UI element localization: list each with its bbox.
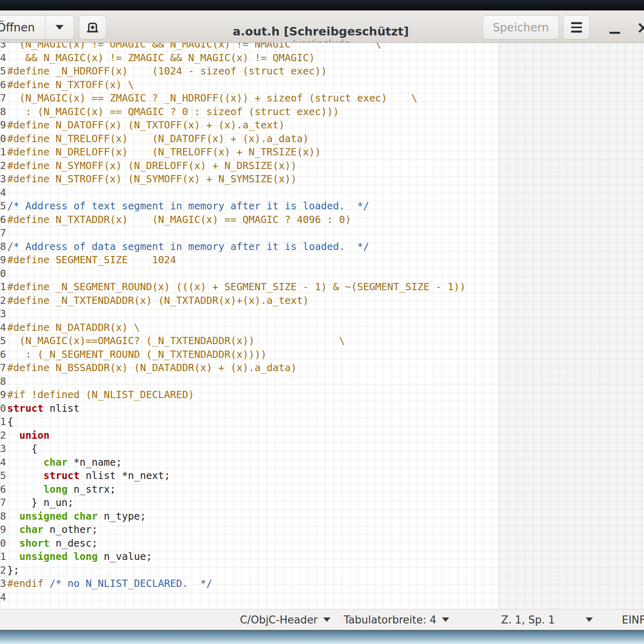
code-line: 105#define _N_HDROFF(x) (1024 - sizeof (… — [0, 64, 644, 78]
code-line: 103 (N_MAGIC(x) != OMAGIC && N_MAGIC(x) … — [0, 43, 644, 51]
line-number: 137 — [0, 496, 6, 510]
chevron-down-icon — [323, 617, 330, 622]
line-number: 139 — [0, 523, 6, 537]
language-selector[interactable]: C/ObjC-Header — [240, 609, 330, 630]
code-line: 134 char *n_name; — [0, 456, 644, 469]
chevron-down-icon — [586, 617, 593, 622]
code-editor-viewport[interactable]: 103 (N_MAGIC(x) != OMAGIC && N_MAGIC(x) … — [0, 43, 644, 609]
line-number: 108 — [0, 105, 6, 119]
code-text: && N_MAGIC(x) != ZMAGIC && N_MAGIC(x) !=… — [7, 51, 315, 65]
code-text: #define N_DATOFF(x) (N_TXTOFF(x) + (x).a… — [7, 118, 285, 132]
line-number: 141 — [0, 550, 6, 564]
insert-mode-label: EINF — [622, 614, 644, 626]
code-text: #define _N_TXTENDADDR(x) (N_TXTADDR(x)+(… — [7, 294, 309, 308]
code-text: { — [7, 442, 37, 456]
code-line: 126 : (_N_SEGMENT_ROUND (_N_TXTENDADDR(x… — [0, 348, 644, 361]
code-text: : (_N_SEGMENT_ROUND (_N_TXTENDADDR(x)))) — [7, 348, 266, 361]
code-text: long n_strx; — [7, 483, 116, 496]
code-text: #define SEGMENT_SIZE 1024 — [7, 253, 176, 267]
line-number: 114 — [0, 186, 6, 200]
code-text: unsigned char n_type; — [7, 510, 146, 523]
minimize-icon — [609, 32, 620, 34]
code-text: } n_un; — [7, 496, 74, 510]
code-text: #define _N_HDROFF(x) (1024 - sizeof (str… — [7, 64, 327, 78]
code-line: 111#define N_DRELOFF(x) (N_TRELOFF(x) + … — [0, 145, 644, 159]
line-number: 119 — [0, 253, 6, 267]
code-text: }; — [7, 564, 19, 577]
code-line: 129#if !defined (N_NLIST_DECLARED) — [0, 388, 644, 402]
code-line: 119#define SEGMENT_SIZE 1024 — [0, 253, 644, 267]
code-text: #define N_STROFF(x) (N_SYMOFF(x) + N_SYM… — [7, 172, 297, 186]
code-line: 107 (N_MAGIC(x) == ZMAGIC ? _N_HDROFF((x… — [0, 91, 644, 105]
line-number: 107 — [0, 91, 6, 105]
insert-mode-indicator: EINF — [622, 609, 644, 630]
code-line: 120 — [0, 267, 644, 281]
code-line: 123 — [0, 307, 644, 321]
line-number: 138 — [0, 510, 6, 523]
code-text: (N_MAGIC(x) != OMAGIC && N_MAGIC(x) != N… — [7, 43, 381, 51]
line-number: 122 — [0, 294, 6, 308]
code-line: 130struct nlist — [0, 402, 644, 415]
code-line: 109#define N_DATOFF(x) (N_TXTOFF(x) + (x… — [0, 118, 644, 132]
line-number: 113 — [0, 172, 6, 186]
code-text: #define N_DRELOFF(x) (N_TRELOFF(x) + N_T… — [7, 145, 321, 159]
code-line: 139 char n_other; — [0, 523, 644, 537]
cursor-position-label: Z. 1, Sp. 1 — [501, 614, 555, 626]
code-text: #define N_SYMOFF(x) (N_DRELOFF(x) + N_DR… — [7, 159, 297, 173]
line-number: 111 — [0, 145, 6, 159]
headerbar: Öffnen a.out.h [Schreibgeschützt] /usr/i… — [0, 10, 644, 43]
new-document-icon — [85, 20, 100, 35]
code-line: 143#endif /* no N_NLIST_DECLARED. */ — [0, 577, 644, 590]
line-number: 130 — [0, 402, 6, 415]
code-line: 124#define N_DATADDR(x) \ — [0, 321, 644, 334]
code-line: 118/* Address of data segment in memory … — [0, 240, 644, 254]
code-line: 132 union — [0, 429, 644, 442]
save-button[interactable]: Speichern — [483, 15, 559, 39]
open-split-button: Öffnen — [0, 15, 74, 39]
line-number: 120 — [0, 267, 6, 281]
cursor-position[interactable]: Z. 1, Sp. 1 — [501, 609, 555, 630]
minimize-button[interactable] — [606, 15, 623, 39]
hamburger-icon — [571, 22, 582, 33]
statusbar-dropdown[interactable] — [586, 609, 593, 630]
code-text: #if !defined (N_NLIST_DECLARED) — [7, 388, 194, 402]
code-text: #define N_DATADDR(x) \ — [7, 321, 140, 334]
tab-width-label: Tabulatorbreite: 4 — [344, 614, 436, 626]
language-label: C/ObjC-Header — [240, 614, 318, 626]
code-line: 117 — [0, 226, 644, 240]
line-number: 123 — [0, 307, 6, 321]
code-line: 140 short n_desc; — [0, 537, 644, 550]
line-number: 126 — [0, 348, 6, 361]
code-text: (N_MAGIC(x) == ZMAGIC ? _N_HDROFF((x)) +… — [7, 91, 417, 105]
open-dropdown-button[interactable] — [45, 16, 74, 39]
line-number: 143 — [0, 577, 6, 590]
tab-width-selector[interactable]: Tabulatorbreite: 4 — [344, 609, 449, 630]
code-text: : (N_MAGIC(x) == QMAGIC ? 0 : sizeof (st… — [7, 105, 339, 119]
menu-button[interactable] — [563, 15, 590, 39]
open-button[interactable]: Öffnen — [0, 16, 45, 39]
code-text: struct nlist *n_next; — [7, 469, 170, 483]
code-line: 128 — [0, 375, 644, 388]
line-number: 144 — [0, 590, 6, 604]
code-line: 104 && N_MAGIC(x) != ZMAGIC && N_MAGIC(x… — [0, 51, 644, 65]
close-button[interactable]: × — [634, 15, 644, 39]
desktop-background-strip — [0, 630, 644, 644]
line-number: 140 — [0, 537, 6, 550]
line-number: 136 — [0, 483, 6, 496]
line-number: 129 — [0, 388, 6, 402]
line-number: 124 — [0, 321, 6, 334]
code-line: 110#define N_TRELOFF(x) (N_DATOFF(x) + (… — [0, 132, 644, 146]
line-number: 117 — [0, 226, 6, 240]
code-line: 114 — [0, 186, 644, 200]
chevron-down-icon — [442, 617, 449, 622]
code-line: 136 long n_strx; — [0, 483, 644, 496]
line-number: 104 — [0, 51, 6, 65]
line-number: 118 — [0, 240, 6, 254]
line-number: 109 — [0, 118, 6, 132]
new-document-button[interactable] — [79, 15, 106, 39]
code-text: { — [7, 415, 13, 429]
line-number: 103 — [0, 43, 6, 51]
gedit-window: Öffnen a.out.h [Schreibgeschützt] /usr/i… — [0, 0, 644, 644]
code-text: short n_desc; — [7, 537, 98, 550]
code-line: 113#define N_STROFF(x) (N_SYMOFF(x) + N_… — [0, 172, 644, 186]
